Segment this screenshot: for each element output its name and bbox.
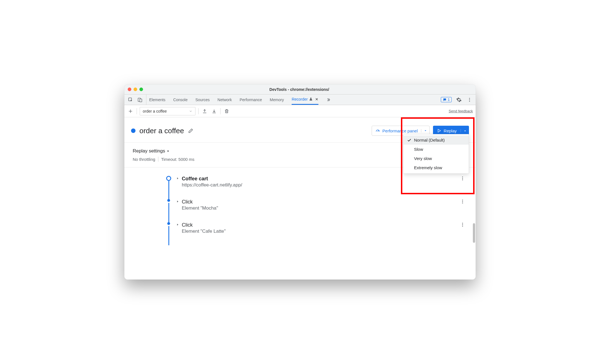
replay-settings-label: Replay settings bbox=[133, 148, 165, 154]
tabs-list: Elements Console Sources Network Perform… bbox=[146, 94, 438, 105]
recording-title: order a coffee bbox=[139, 127, 184, 135]
speed-option-label: Extremely slow bbox=[414, 165, 442, 170]
svg-point-4 bbox=[469, 99, 470, 100]
recorder-content: order a coffee Performance panel bbox=[124, 117, 476, 280]
export-icon[interactable] bbox=[201, 108, 208, 115]
performance-panel-dropdown[interactable] bbox=[421, 129, 429, 132]
caret-up-icon bbox=[463, 129, 467, 132]
traffic-lights bbox=[128, 88, 143, 91]
step-kebab-menu[interactable] bbox=[460, 199, 467, 204]
speed-option-extremely-slow[interactable]: Extremely slow bbox=[403, 163, 469, 172]
speed-option-very-slow[interactable]: Very slow bbox=[403, 154, 469, 163]
step-title: Click bbox=[182, 222, 226, 228]
tab-memory[interactable]: Memory bbox=[270, 94, 284, 105]
tab-sources[interactable]: Sources bbox=[195, 94, 210, 105]
more-tabs-button[interactable] bbox=[326, 94, 331, 105]
scrollbar-thumb[interactable] bbox=[473, 223, 475, 243]
inspect-element-icon[interactable] bbox=[127, 96, 134, 103]
replay-speed-dropdown[interactable] bbox=[461, 129, 469, 132]
step-subtitle: Element "Cafe Latte" bbox=[182, 229, 226, 234]
speed-option-normal[interactable]: Normal (Default) bbox=[403, 135, 469, 145]
svg-point-11 bbox=[462, 203, 463, 203]
svg-point-3 bbox=[469, 98, 470, 99]
status-dot-icon bbox=[131, 128, 136, 133]
step-node-icon bbox=[167, 222, 170, 225]
caret-right-icon bbox=[167, 149, 170, 153]
play-icon bbox=[437, 128, 441, 133]
checkmark-icon bbox=[407, 138, 412, 142]
step-title: Coffee cart bbox=[182, 176, 242, 182]
svg-point-7 bbox=[462, 178, 463, 179]
new-recording-button[interactable] bbox=[127, 108, 134, 115]
device-toolbar-icon[interactable] bbox=[137, 96, 143, 103]
speed-option-label: Very slow bbox=[414, 156, 432, 161]
recording-header: order a coffee Performance panel bbox=[124, 117, 476, 143]
send-feedback-link[interactable]: Send feedback bbox=[449, 109, 473, 113]
step-expand-icon[interactable] bbox=[176, 223, 179, 227]
tab-console[interactable]: Console bbox=[173, 94, 187, 105]
replay-label: Replay bbox=[444, 128, 457, 133]
tabs-bar: Elements Console Sources Network Perform… bbox=[124, 94, 476, 105]
step-expand-icon[interactable] bbox=[176, 200, 179, 203]
tab-network[interactable]: Network bbox=[217, 94, 232, 105]
tab-recorder[interactable]: Recorder bbox=[292, 94, 318, 105]
svg-point-13 bbox=[462, 224, 463, 225]
speed-option-label: Slow bbox=[414, 147, 423, 152]
window-title: DevTools - chrome://extensions/ bbox=[143, 87, 456, 92]
close-tab-icon[interactable] bbox=[315, 98, 318, 101]
step-kebab-menu[interactable] bbox=[460, 222, 467, 227]
svg-point-14 bbox=[462, 226, 463, 227]
tab-performance[interactable]: Performance bbox=[239, 94, 262, 105]
issues-count: 1 bbox=[448, 98, 450, 102]
minimize-window-button[interactable] bbox=[134, 88, 137, 91]
chevron-down-icon bbox=[189, 110, 192, 113]
step-row: Click Element "Mocha" bbox=[166, 199, 467, 222]
step-kebab-menu[interactable] bbox=[460, 176, 467, 181]
step-expand-icon[interactable] bbox=[176, 176, 179, 180]
settings-gear-icon[interactable] bbox=[456, 96, 462, 103]
step-row: Coffee cart https://coffee-cart.netlify.… bbox=[166, 176, 467, 199]
svg-point-9 bbox=[462, 200, 463, 200]
replay-speed-menu: Normal (Default) Slow Very slow Extremel… bbox=[403, 134, 469, 174]
gauge-icon bbox=[375, 128, 380, 133]
issues-badge[interactable]: 1 bbox=[441, 97, 452, 102]
svg-point-6 bbox=[462, 176, 463, 177]
edit-title-icon[interactable] bbox=[188, 128, 193, 134]
tab-elements[interactable]: Elements bbox=[149, 94, 165, 105]
svg-point-8 bbox=[462, 179, 463, 180]
step-title: Click bbox=[182, 199, 218, 205]
speed-option-label: Normal (Default) bbox=[414, 138, 445, 142]
caret-down-icon bbox=[424, 129, 427, 132]
maximize-window-button[interactable] bbox=[139, 88, 143, 91]
steps-list: Coffee cart https://coffee-cart.netlify.… bbox=[124, 168, 476, 254]
svg-point-10 bbox=[462, 201, 463, 202]
close-window-button[interactable] bbox=[128, 88, 131, 91]
throttling-value: No throttling bbox=[133, 157, 155, 162]
recorder-toolbar: order a coffee Send feedback bbox=[124, 105, 476, 117]
svg-point-12 bbox=[462, 223, 463, 224]
window-titlebar: DevTools - chrome://extensions/ bbox=[124, 84, 476, 94]
performance-panel-label: Performance panel bbox=[383, 128, 418, 133]
delete-icon[interactable] bbox=[223, 108, 230, 115]
svg-point-5 bbox=[469, 101, 470, 101]
kebab-menu-icon[interactable] bbox=[466, 96, 473, 103]
recording-select[interactable]: order a coffee bbox=[140, 107, 195, 115]
step-start-node-icon bbox=[166, 176, 171, 181]
step-subtitle: https://coffee-cart.netlify.app/ bbox=[182, 182, 242, 188]
step-row: Click Element "Cafe Latte" bbox=[166, 222, 467, 245]
svg-rect-2 bbox=[140, 99, 142, 102]
flask-icon bbox=[309, 97, 313, 101]
recording-select-label: order a coffee bbox=[143, 109, 187, 113]
speed-option-slow[interactable]: Slow bbox=[403, 145, 469, 154]
step-subtitle: Element "Mocha" bbox=[182, 205, 218, 211]
import-icon[interactable] bbox=[211, 108, 217, 115]
timeout-value: Timeout: 5000 ms bbox=[161, 157, 195, 162]
step-node-icon bbox=[167, 199, 170, 202]
tab-recorder-label: Recorder bbox=[292, 97, 308, 101]
devtools-window: DevTools - chrome://extensions/ Elements… bbox=[124, 84, 476, 280]
